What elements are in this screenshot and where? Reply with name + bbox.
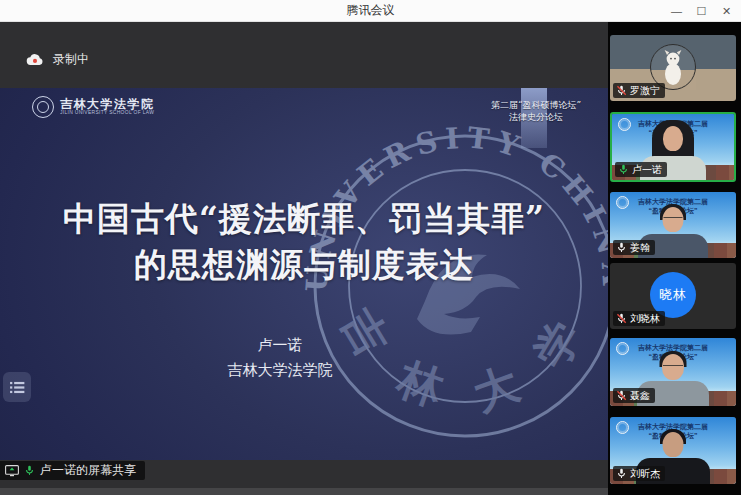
- participant-name: 刘昕杰: [630, 467, 660, 480]
- person-face: [663, 126, 683, 151]
- cloud-recording-icon: [26, 53, 44, 66]
- participants-sidebar: 罗激宁 吉林大学法学院第二届 “盈科硕博论坛” 卢一诺 吉林大学法学院第二届: [608, 22, 741, 495]
- list-icon: [10, 381, 25, 394]
- screen-share-banner: 卢一诺的屏幕共享: [0, 461, 145, 480]
- slide-title-line1: 中国古代“援法断罪、罚当其罪”: [0, 196, 608, 242]
- participant-nametag: 罗激宁: [613, 83, 665, 98]
- mic-muted-icon: [616, 85, 627, 96]
- window-title: 腾讯会议: [0, 0, 741, 22]
- participant-nametag: 姜翰: [613, 240, 655, 255]
- virtual-background-seal-icon: [616, 421, 629, 434]
- participant-nametag: 聂鑫: [613, 388, 655, 403]
- person-face: [662, 354, 684, 380]
- participant-nametag: 卢一诺: [615, 162, 667, 177]
- list-panel-button[interactable]: [3, 372, 31, 402]
- person-face: [663, 432, 684, 457]
- participant-name: 聂鑫: [630, 389, 650, 402]
- presenter-name: 卢一诺: [0, 336, 560, 354]
- forum-banner: 第二届“盈科硕博论坛” 法律史分论坛: [470, 99, 602, 123]
- participant-tile[interactable]: 罗激宁: [610, 35, 736, 101]
- participant-nametag: 刘昕杰: [613, 466, 665, 481]
- close-button[interactable]: ✕: [714, 0, 739, 22]
- school-seal-icon: [32, 96, 54, 118]
- screen-share-icon: [5, 465, 19, 477]
- recording-label: 录制中: [53, 51, 89, 68]
- mic-on-icon: [616, 242, 627, 253]
- recording-indicator[interactable]: 录制中: [26, 51, 89, 68]
- maximize-button[interactable]: ☐: [689, 0, 714, 22]
- virtual-background-seal-icon: [616, 196, 629, 209]
- shared-screen-area: 录制中 吉林大学法学院 JILIN UNIVERSITY SCHOOL OF L…: [0, 22, 608, 495]
- virtual-background-seal-icon: [618, 118, 631, 131]
- screen-share-label: 卢一诺的屏幕共享: [40, 462, 136, 479]
- participant-name: 姜翰: [630, 241, 650, 254]
- participant-tile-active-speaker[interactable]: 吉林大学法学院第二届 “盈科硕博论坛” 卢一诺: [610, 112, 736, 182]
- participant-tile[interactable]: 吉林大学法学院第二届 “盈科硕博论坛” 刘昕杰: [610, 417, 736, 484]
- presenter-block: 卢一诺 吉林大学法学院: [0, 336, 560, 379]
- school-logo: 吉林大学法学院 JILIN UNIVERSITY SCHOOL OF LAW: [32, 96, 175, 118]
- participant-tile[interactable]: 晓林 刘晓林: [610, 263, 736, 329]
- slide-title-line2: 的思想渊源与制度表达: [0, 242, 608, 288]
- presenter-affiliation: 吉林大学法学院: [0, 361, 560, 379]
- participant-tile[interactable]: 吉林大学法学院第二届 “盈科硕博论坛” 姜翰: [610, 192, 736, 258]
- person-glasses: [663, 365, 683, 366]
- participant-name: 卢一诺: [632, 163, 662, 176]
- avatar-initials: 晓林: [659, 286, 687, 304]
- participant-tile[interactable]: 吉林大学法学院第二届 “盈科硕博论坛” 聂鑫: [610, 338, 736, 406]
- window-titlebar: 腾讯会议 — ☐ ✕: [0, 0, 741, 22]
- presentation-slide: 吉林大学法学院 JILIN UNIVERSITY SCHOOL OF LAW 第…: [0, 88, 608, 460]
- participant-name: 刘晓林: [630, 312, 660, 325]
- school-name-cn: 吉林大学法学院: [60, 98, 175, 111]
- person-face: [663, 207, 684, 232]
- window-controls: — ☐ ✕: [664, 0, 739, 22]
- slide-title: 中国古代“援法断罪、罚当其罪” 的思想渊源与制度表达: [0, 196, 608, 288]
- forum-line2: 法律史分论坛: [470, 111, 602, 123]
- minimize-button[interactable]: —: [664, 0, 689, 22]
- person-glasses: [664, 217, 683, 218]
- sharer-mic-icon: [24, 465, 35, 476]
- mic-on-icon: [616, 468, 627, 479]
- bottom-toolbar-strip: [0, 488, 608, 495]
- forum-line1: 第二届“盈科硕博论坛”: [470, 99, 602, 111]
- mic-muted-icon: [616, 390, 627, 401]
- participant-name: 罗激宁: [630, 84, 660, 97]
- school-name-en: JILIN UNIVERSITY SCHOOL OF LAW: [60, 110, 154, 115]
- mic-speaking-icon: [618, 164, 629, 175]
- virtual-background-seal-icon: [616, 342, 629, 355]
- participant-nametag: 刘晓林: [613, 311, 665, 326]
- mic-muted-icon: [616, 313, 627, 324]
